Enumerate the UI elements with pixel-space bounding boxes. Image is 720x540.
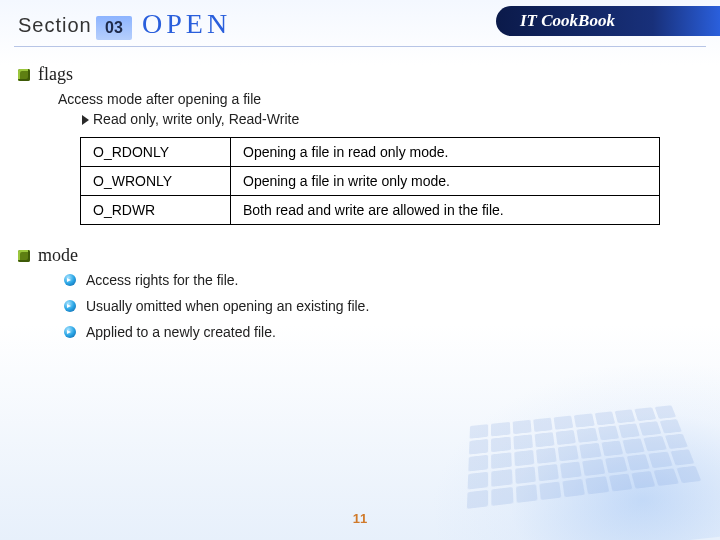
- flags-subtitle: Access mode after opening a file: [58, 91, 702, 107]
- mode-item-text: Access rights for the file.: [86, 272, 239, 288]
- disc-bullet-icon: [64, 300, 76, 312]
- section-number-badge: 03: [96, 16, 132, 40]
- mode-block: mode Access rights for the file. Usually…: [18, 245, 702, 340]
- bullet-chip-icon: [18, 69, 30, 81]
- list-item: Access rights for the file.: [64, 272, 702, 288]
- header-divider: [14, 46, 706, 47]
- disc-bullet-icon: [64, 274, 76, 286]
- flag-desc: Opening a file in write only mode.: [231, 167, 660, 196]
- mode-heading: mode: [38, 245, 78, 266]
- mode-item-text: Applied to a newly created file.: [86, 324, 276, 340]
- flag-key: O_RDONLY: [81, 138, 231, 167]
- table-row: O_WRONLY Opening a file in write only mo…: [81, 167, 660, 196]
- flags-heading-row: flags: [18, 64, 702, 85]
- slide-header: Section 03 OPEN IT CookBook: [0, 0, 720, 48]
- flags-subtitle-2: Read only, write only, Read-Write: [82, 111, 702, 127]
- table-row: O_RDONLY Opening a file in read only mod…: [81, 138, 660, 167]
- table-row: O_RDWR Both read and write are allowed i…: [81, 196, 660, 225]
- bullet-chip-icon: [18, 250, 30, 262]
- mode-list: Access rights for the file. Usually omit…: [64, 272, 702, 340]
- page-number: 11: [0, 511, 720, 526]
- flags-table: O_RDONLY Opening a file in read only mod…: [80, 137, 660, 225]
- slide-title: OPEN: [142, 8, 231, 40]
- flags-subtitle-2-text: Read only, write only, Read-Write: [93, 111, 299, 127]
- list-item: Applied to a newly created file.: [64, 324, 702, 340]
- triangle-bullet-icon: [82, 115, 89, 125]
- section-label: Section: [18, 14, 92, 37]
- disc-bullet-icon: [64, 326, 76, 338]
- flag-desc: Both read and write are allowed in the f…: [231, 196, 660, 225]
- flag-key: O_WRONLY: [81, 167, 231, 196]
- mode-heading-row: mode: [18, 245, 702, 266]
- list-item: Usually omitted when opening an existing…: [64, 298, 702, 314]
- mode-item-text: Usually omitted when opening an existing…: [86, 298, 369, 314]
- brand-bar: IT CookBook: [496, 6, 720, 36]
- section-number: 03: [105, 19, 123, 36]
- slide-content: flags Access mode after opening a file R…: [18, 64, 702, 350]
- keyboard-keys-decoration: [467, 405, 705, 516]
- flags-heading: flags: [38, 64, 73, 85]
- flag-key: O_RDWR: [81, 196, 231, 225]
- flag-desc: Opening a file in read only mode.: [231, 138, 660, 167]
